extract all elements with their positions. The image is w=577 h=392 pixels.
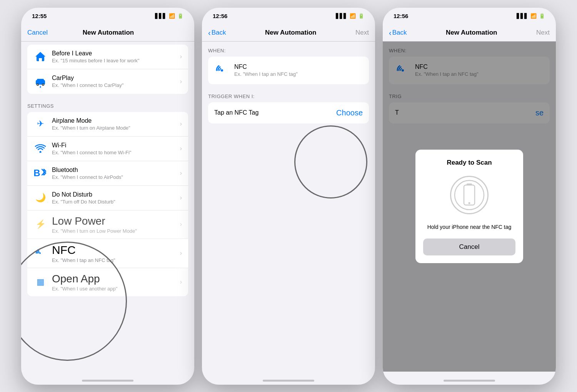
dialog-title: Ready to Scan [447, 159, 492, 167]
item-text-openapp: Open App Ex. "When I use another app" [52, 273, 180, 292]
list-item-dnd[interactable]: 🌙 Do Not Disturb Ex. "Turn off Do Not Di… [27, 186, 188, 210]
nfc-selected-card: NFC Ex. "When I tap an NFC tag" [208, 57, 369, 84]
screen1-content: Before I Leave Ex. "15 minutes before I … [21, 42, 194, 372]
status-bar-1: 12:55 ▋▋▋ 📶 🔋 [21, 8, 194, 25]
back-label-3: Back [392, 29, 407, 37]
status-bar-2: 12:56 ▋▋▋ 📶 🔋 [202, 8, 375, 25]
chevron-right-icon: › [180, 53, 182, 60]
status-icons-1: ▋▋▋ 📶 🔋 [155, 13, 183, 19]
scan-overlay: Ready to Scan Hold your i [383, 42, 556, 372]
chevron-nfc: › [180, 250, 182, 257]
signal-icon: ▋▋▋ [155, 13, 167, 19]
wifi-status-icon-3: 📶 [530, 13, 537, 19]
status-time-3: 12:56 [394, 13, 408, 19]
screen2-content: WHEN: NFC Ex. "When I tap an NFC tag" TR… [202, 42, 375, 372]
airplane-title: Airplane Mode [52, 117, 180, 124]
dnd-title: Do Not Disturb [52, 191, 180, 198]
list-item-lowpower[interactable]: ⚡ Low Power Ex. "When I turn on Low Powe… [27, 210, 188, 239]
airplane-mode-icon: ✈ [33, 117, 47, 131]
before-leave-title: Before I Leave [52, 50, 180, 57]
list-item-nfc[interactable]: NFC Ex. "When I tap an NFC tag" › [27, 239, 188, 268]
svg-point-20 [469, 202, 470, 204]
nfc-card-title: NFC [234, 63, 363, 70]
status-bar-3: 12:56 ▋▋▋ 📶 🔋 [383, 8, 556, 25]
list-item-openapp[interactable]: ▦ Open App Ex. "When I use another app" … [27, 268, 188, 296]
wifi-setting-icon [33, 142, 47, 155]
list-item-airplane[interactable]: ✈ Airplane Mode Ex. "When I turn on Airp… [27, 112, 188, 137]
nav-title-1: New Automation [83, 29, 134, 37]
settings-section-header: SETTINGS [21, 97, 194, 112]
nav-bar-1: Cancel New Automation [21, 25, 194, 42]
wifi-title: Wi-Fi [52, 142, 180, 149]
nav-title-3: New Automation [446, 29, 497, 37]
nfc-card-subtitle: Ex. "When I tap an NFC tag" [234, 71, 363, 77]
nav-bar-2: ‹ Back New Automation Next [202, 25, 375, 42]
next-button-3[interactable]: Next [536, 29, 550, 37]
home-bar-2 [263, 380, 314, 382]
nfc-list-title: NFC [52, 244, 180, 257]
openapp-icon: ▦ [33, 275, 47, 289]
circle-highlight-2 [294, 125, 367, 199]
lowpower-title: Low Power [52, 215, 180, 227]
nav-bar-3: ‹ Back New Automation Next [383, 25, 556, 42]
chevron-lowpower: › [180, 221, 182, 228]
svg-point-9 [43, 84, 44, 85]
dialog-cancel-button[interactable]: Cancel [423, 239, 515, 255]
svg-point-14 [39, 252, 41, 254]
top-list-card: Before I Leave Ex. "15 minutes before I … [27, 45, 188, 94]
bluetooth-icon: Β [33, 166, 47, 180]
phone-frame-2: 12:56 ▋▋▋ 📶 🔋 ‹ Back New Automation Next… [202, 8, 375, 385]
svg-rect-5 [37, 79, 44, 82]
battery-icon-3: 🔋 [539, 13, 545, 19]
trigger-text-2: Tap an NFC Tag [214, 109, 258, 116]
dnd-subtitle: Ex. "Turn off Do Not Disturb" [52, 199, 180, 205]
settings-list-card: ✈ Airplane Mode Ex. "When I turn on Airp… [27, 112, 188, 296]
svg-marker-1 [35, 52, 45, 57]
chevron-left-icon-2: ‹ [208, 29, 211, 37]
chevron-bluetooth: › [180, 170, 182, 177]
list-item-carplay[interactable]: CarPlay Ex. "When I connect to CarPlay" … [27, 69, 188, 94]
screen3-content: WHEN: NFC Ex. "When I tap an NFC tag" TR… [383, 42, 556, 372]
choose-button[interactable]: Choose [336, 108, 363, 117]
svg-point-13 [40, 151, 42, 153]
nfc-card-text: NFC Ex. "When I tap an NFC tag" [234, 63, 363, 77]
wifi-status-icon-2: 📶 [350, 13, 356, 19]
item-text-dnd: Do Not Disturb Ex. "Turn off Do Not Dist… [52, 191, 180, 205]
home-indicator-2 [202, 372, 375, 385]
item-text-carplay: CarPlay Ex. "When I connect to CarPlay" [52, 75, 180, 88]
battery-icon: 🔋 [177, 13, 183, 19]
carplay-title: CarPlay [52, 75, 180, 82]
svg-line-12 [40, 87, 41, 88]
nfc-list-subtitle: Ex. "When I tap an NFC tag" [52, 257, 180, 263]
list-item-before-leave[interactable]: Before I Leave Ex. "15 minutes before I … [27, 45, 188, 69]
list-item-bluetooth[interactable]: Β Bluetooth Ex. "When I connect to AirPo… [27, 161, 188, 186]
svg-rect-19 [467, 183, 472, 185]
battery-icon-2: 🔋 [358, 13, 364, 19]
svg-point-15 [221, 69, 223, 72]
item-text-nfc-list: NFC Ex. "When I tap an NFC tag" [52, 244, 180, 263]
lowpower-subtitle: Ex. "When I turn on Low Power Mode" [52, 228, 180, 234]
trigger-card-2[interactable]: Tap an NFC Tag Choose [208, 102, 369, 123]
nfc-list-icon [33, 246, 47, 260]
list-item-wifi[interactable]: Wi-Fi Ex. "When I connect to home Wi-Fi"… [27, 137, 188, 161]
wifi-subtitle: Ex. "When I connect to home Wi-Fi" [52, 150, 180, 155]
item-text-lowpower: Low Power Ex. "When I turn on Low Power … [52, 215, 180, 234]
status-icons-3: ▋▋▋ 📶 🔋 [517, 13, 545, 19]
item-text-airplane: Airplane Mode Ex. "When I turn on Airpla… [52, 117, 180, 131]
svg-point-10 [40, 86, 41, 87]
back-button-3[interactable]: ‹ Back [389, 29, 407, 37]
item-text-before-leave: Before I Leave Ex. "15 minutes before I … [52, 50, 180, 63]
dialog-message: Hold your iPhone near the NFC tag [427, 224, 512, 231]
dnd-icon: 🌙 [33, 191, 47, 205]
lowpower-icon: ⚡ [33, 217, 47, 231]
svg-rect-18 [464, 185, 475, 205]
back-button-2[interactable]: ‹ Back [208, 29, 226, 37]
status-icons-2: ▋▋▋ 📶 🔋 [336, 13, 364, 19]
next-button-2[interactable]: Next [355, 29, 369, 37]
nfc-icon-wrap-2 [214, 63, 230, 78]
cancel-button[interactable]: Cancel [27, 29, 48, 37]
chevron-airplane: › [180, 120, 182, 127]
svg-point-3 [40, 59, 41, 60]
openapp-subtitle: Ex. "When I use another app" [52, 286, 180, 292]
wifi-status-icon: 📶 [169, 13, 175, 19]
